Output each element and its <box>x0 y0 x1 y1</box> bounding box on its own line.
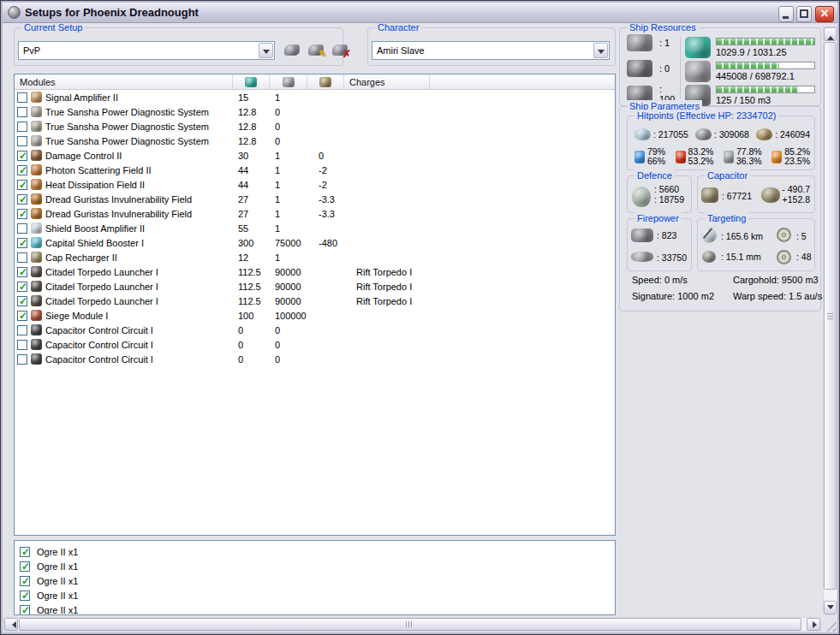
maximize-button[interactable] <box>796 6 812 22</box>
table-row[interactable]: True Sansha Power Diagnostic System 12.8… <box>15 119 615 134</box>
table-row[interactable]: Photon Scattering Field II 44 1 -2 <box>15 163 615 177</box>
drone-checkbox[interactable] <box>20 576 30 586</box>
table-row[interactable]: Shield Boost Amplifier II 55 1 <box>15 221 615 235</box>
resize-grip[interactable] <box>824 618 837 632</box>
table-row[interactable]: True Sansha Power Diagnostic System 12.8… <box>15 134 615 148</box>
character-combobox[interactable]: Amiri Slave <box>372 41 610 60</box>
module-icon <box>31 310 42 321</box>
module-checkbox[interactable] <box>17 354 27 365</box>
edit-setup-button[interactable]: ✎ <box>307 43 325 57</box>
vertical-scrollbar[interactable] <box>823 27 837 615</box>
new-setup-button[interactable] <box>283 43 301 57</box>
header-filler <box>430 74 615 89</box>
charges-column-header[interactable]: Charges <box>344 74 430 89</box>
resource-bar-row: 445008 / 698792.1 <box>685 61 816 85</box>
module-checkbox[interactable] <box>17 107 27 117</box>
armor-resist: 36.3% <box>736 156 762 166</box>
modules-list-header[interactable]: Modules Charges <box>15 74 615 90</box>
modules-column-header[interactable]: Modules <box>15 74 233 89</box>
module-cell: True Sansha Power Diagnostic System <box>15 106 233 117</box>
table-row[interactable]: Siege Module I 100 100000 <box>15 308 615 323</box>
module-checkbox[interactable] <box>17 209 27 219</box>
resist-icon <box>771 151 782 163</box>
cpu-column-header[interactable] <box>233 74 270 89</box>
resource-bar-fill <box>717 39 814 45</box>
slot-row: : 0 <box>627 57 678 80</box>
resource-bars: 1029.9 / 1031.25 445008 / 698792.1 125 /… <box>685 37 816 109</box>
list-item[interactable]: Ogre II x1 <box>15 573 615 588</box>
module-checkbox[interactable] <box>17 194 27 205</box>
scroll-left-button[interactable] <box>4 618 18 631</box>
table-row[interactable]: Dread Guristas Invulnerability Field 27 … <box>15 206 615 221</box>
module-checkbox[interactable] <box>17 122 27 132</box>
hp-value: : 217055 <box>653 129 688 139</box>
resist-item: 85.2% 23.5% <box>771 147 810 166</box>
title-bar[interactable]: Setups for Phoenix Dreadnought <box>3 3 837 23</box>
table-row[interactable]: Citadel Torpedo Launcher I 112.5 90000 R… <box>15 294 615 308</box>
module-checkbox[interactable] <box>17 151 27 161</box>
close-button[interactable] <box>815 6 834 22</box>
module-checkbox[interactable] <box>17 223 27 234</box>
drone-checkbox[interactable] <box>20 590 30 601</box>
table-row[interactable]: True Sansha Power Diagnostic System 12.8… <box>15 104 615 119</box>
list-item[interactable]: Ogre II x1 <box>15 544 615 559</box>
drone-checkbox[interactable] <box>20 561 30 572</box>
setup-combobox-arrow-icon[interactable] <box>259 43 273 58</box>
horizontal-scrollbar-thumb[interactable] <box>19 618 801 631</box>
list-item[interactable]: Ogre II x1 <box>15 588 615 602</box>
setup-combobox[interactable]: PvP <box>18 41 275 60</box>
hp-item: : 309068 <box>695 128 749 140</box>
minimize-button[interactable] <box>778 6 794 22</box>
module-checkbox[interactable] <box>17 325 27 335</box>
table-row[interactable]: Capacitor Control Circuit I 0 0 <box>15 337 615 352</box>
module-checkbox[interactable] <box>17 252 27 263</box>
module-checkbox[interactable] <box>17 282 27 292</box>
drone-checkbox[interactable] <box>20 605 30 615</box>
module-checkbox[interactable] <box>17 165 27 175</box>
table-row[interactable]: Citadel Torpedo Launcher I 112.5 90000 R… <box>15 264 615 279</box>
drone-checkbox[interactable] <box>20 547 30 557</box>
module-checkbox[interactable] <box>17 136 27 146</box>
module-cpu-value: 27 <box>233 194 270 205</box>
character-combobox-arrow-icon[interactable] <box>593 43 608 58</box>
module-name: Capacitor Control Circuit I <box>45 354 153 365</box>
table-row[interactable]: Capital Shield Booster I 300 75000 -480 <box>15 235 615 250</box>
vertical-scrollbar-thumb[interactable] <box>824 42 837 590</box>
module-cpu-value: 100 <box>233 311 270 321</box>
scroll-right-button[interactable] <box>807 618 820 631</box>
module-checkbox[interactable] <box>17 267 27 277</box>
module-checkbox[interactable] <box>17 180 27 190</box>
powergrid-column-header[interactable] <box>270 74 307 89</box>
module-cell: Heat Dissipation Field II <box>15 179 233 190</box>
turret-dps-icon <box>631 228 653 242</box>
module-checkbox[interactable] <box>17 92 27 103</box>
table-row[interactable]: Damage Control II 30 1 0 <box>15 148 615 163</box>
module-icon <box>31 252 42 263</box>
delete-setup-button[interactable]: ✗ <box>331 43 349 57</box>
module-name: Capacitor Control Circuit I <box>45 325 153 335</box>
table-row[interactable]: Citadel Torpedo Launcher I 112.5 90000 R… <box>15 279 615 294</box>
capacitor-column-header[interactable] <box>307 74 344 89</box>
module-checkbox[interactable] <box>17 340 27 350</box>
table-row[interactable]: Capacitor Control Circuit I 0 0 <box>15 323 615 337</box>
table-row[interactable]: Signal Amplifier II 15 1 <box>15 90 615 104</box>
table-row[interactable]: Dread Guristas Invulnerability Field 27 … <box>15 192 615 206</box>
module-checkbox[interactable] <box>17 311 27 321</box>
module-icon <box>31 295 42 306</box>
table-row[interactable]: Cap Recharger II 12 1 <box>15 250 615 264</box>
list-item[interactable]: Ogre II x1 <box>15 559 615 573</box>
horizontal-scrollbar[interactable] <box>3 617 821 632</box>
missile-dps-icon <box>631 252 653 262</box>
module-checkbox[interactable] <box>17 296 27 306</box>
list-item[interactable]: Ogre II x1 <box>15 602 615 615</box>
scroll-up-button[interactable] <box>824 27 837 41</box>
table-row[interactable]: Heat Dissipation Field II 44 1 -2 <box>15 177 615 192</box>
module-checkbox[interactable] <box>17 238 27 248</box>
hp-value: : 246094 <box>775 129 810 139</box>
scroll-down-button[interactable] <box>824 601 837 614</box>
module-icon <box>31 150 42 161</box>
speed-stat: Speed: 0 m/s <box>632 275 688 285</box>
module-powergrid-value: 0 <box>270 122 307 132</box>
table-row[interactable]: Capacitor Control Circuit I 0 0 <box>15 352 615 366</box>
drone-label: Ogre II x1 <box>37 547 78 557</box>
